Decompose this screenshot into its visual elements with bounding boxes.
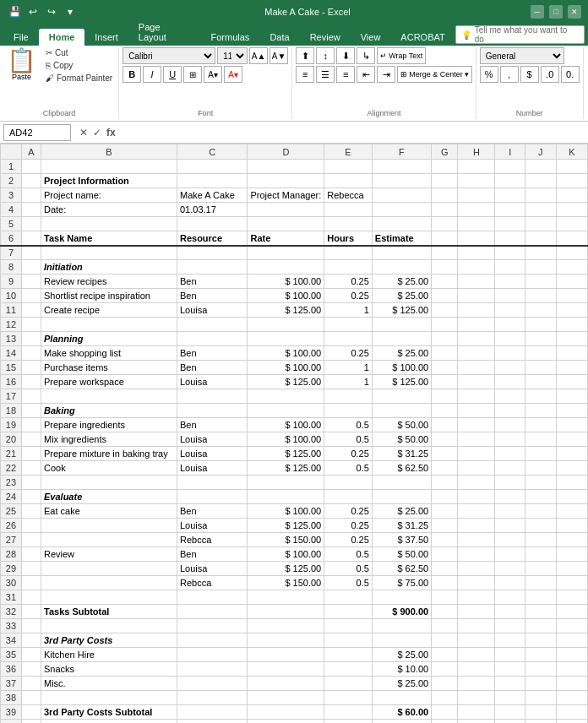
cell-J37[interactable] bbox=[525, 677, 557, 691]
cell-H31[interactable] bbox=[458, 590, 495, 605]
cell-G5[interactable] bbox=[432, 217, 458, 231]
decrease-decimal-button[interactable]: 0. bbox=[561, 66, 580, 83]
cell-H24[interactable] bbox=[458, 490, 495, 504]
cell-E2[interactable] bbox=[324, 174, 373, 188]
cell-G36[interactable] bbox=[432, 662, 458, 677]
cell-C7[interactable] bbox=[177, 246, 248, 260]
cell-K1[interactable] bbox=[556, 160, 587, 174]
cell-K14[interactable] bbox=[556, 346, 587, 361]
row-header-8[interactable]: 8 bbox=[1, 260, 22, 275]
row-header-23[interactable]: 23 bbox=[1, 476, 22, 490]
cell-F36[interactable]: $ 10.00 bbox=[372, 662, 431, 677]
cell-E3[interactable]: Rebecca bbox=[324, 188, 373, 203]
align-center-button[interactable]: ☰ bbox=[316, 66, 335, 83]
cell-J14[interactable] bbox=[525, 346, 557, 361]
cell-A21[interactable] bbox=[21, 447, 41, 461]
cell-H35[interactable] bbox=[458, 648, 495, 662]
cell-K7[interactable] bbox=[556, 246, 587, 260]
cell-A39[interactable] bbox=[21, 705, 41, 720]
cell-A22[interactable] bbox=[21, 461, 41, 476]
cell-F24[interactable] bbox=[372, 490, 431, 504]
cell-I36[interactable] bbox=[495, 662, 525, 677]
cell-A17[interactable] bbox=[21, 389, 41, 404]
cell-K15[interactable] bbox=[556, 361, 587, 375]
cell-B36[interactable]: Snacks bbox=[41, 662, 177, 677]
cell-E32[interactable] bbox=[324, 605, 373, 619]
row-header-4[interactable]: 4 bbox=[1, 203, 22, 217]
cell-C20[interactable]: Louisa bbox=[177, 432, 248, 447]
cell-K37[interactable] bbox=[556, 677, 587, 691]
cell-J23[interactable] bbox=[525, 476, 557, 490]
row-header-38[interactable]: 38 bbox=[1, 691, 22, 705]
cell-B7[interactable] bbox=[41, 246, 177, 260]
cell-G15[interactable] bbox=[432, 361, 458, 375]
cell-J26[interactable] bbox=[525, 519, 557, 533]
cell-F5[interactable] bbox=[372, 217, 431, 231]
cell-K20[interactable] bbox=[556, 432, 587, 447]
cell-C22[interactable]: Louisa bbox=[177, 461, 248, 476]
undo-icon[interactable]: ↩ bbox=[25, 4, 41, 19]
cell-F30[interactable]: $ 75.00 bbox=[372, 576, 431, 590]
insert-function-icon[interactable]: fx bbox=[106, 127, 116, 139]
cell-F23[interactable] bbox=[372, 476, 431, 490]
cell-G26[interactable] bbox=[432, 519, 458, 533]
cell-K25[interactable] bbox=[556, 504, 587, 519]
cell-D34[interactable] bbox=[248, 633, 324, 648]
tab-file[interactable]: File bbox=[3, 29, 39, 46]
cell-J28[interactable] bbox=[525, 547, 557, 562]
cell-I11[interactable] bbox=[495, 303, 525, 318]
font-size-select[interactable]: 11 bbox=[217, 47, 248, 64]
cell-C17[interactable] bbox=[177, 389, 248, 404]
save-icon[interactable]: 💾 bbox=[7, 4, 22, 19]
cell-F26[interactable]: $ 31.25 bbox=[372, 519, 431, 533]
cell-J11[interactable] bbox=[525, 303, 557, 318]
row-header-5[interactable]: 5 bbox=[1, 217, 22, 231]
cell-K29[interactable] bbox=[556, 562, 587, 576]
cell-C1[interactable] bbox=[177, 160, 248, 174]
customize-qat-icon[interactable]: ▾ bbox=[63, 4, 78, 19]
cell-H16[interactable] bbox=[458, 375, 495, 389]
cell-D24[interactable] bbox=[248, 490, 324, 504]
cell-C32[interactable] bbox=[177, 605, 248, 619]
cell-K39[interactable] bbox=[556, 705, 587, 720]
cell-H21[interactable] bbox=[458, 447, 495, 461]
cell-D7[interactable] bbox=[248, 246, 324, 260]
cell-C39[interactable] bbox=[177, 705, 248, 720]
cell-D19[interactable]: $ 100.00 bbox=[248, 418, 324, 432]
cell-B1[interactable] bbox=[41, 160, 177, 174]
cell-B5[interactable] bbox=[41, 217, 177, 231]
cell-H32[interactable] bbox=[458, 605, 495, 619]
merge-center-button[interactable]: ⊞ Merge & Center ▾ bbox=[397, 66, 472, 83]
cell-C35[interactable] bbox=[177, 648, 248, 662]
row-header-28[interactable]: 28 bbox=[1, 547, 22, 562]
cell-E34[interactable] bbox=[324, 633, 373, 648]
cell-I5[interactable] bbox=[495, 217, 525, 231]
cell-F2[interactable] bbox=[372, 174, 431, 188]
cell-G14[interactable] bbox=[432, 346, 458, 361]
cell-F3[interactable] bbox=[372, 188, 431, 203]
cell-B40[interactable] bbox=[41, 720, 177, 724]
cell-C18[interactable] bbox=[177, 404, 248, 418]
row-header-9[interactable]: 9 bbox=[1, 275, 22, 289]
cell-D33[interactable] bbox=[248, 619, 324, 633]
cell-C21[interactable]: Louisa bbox=[177, 447, 248, 461]
cell-G17[interactable] bbox=[432, 389, 458, 404]
cell-H37[interactable] bbox=[458, 677, 495, 691]
cell-B4[interactable]: Date: bbox=[41, 203, 177, 217]
cell-F11[interactable]: $ 125.00 bbox=[372, 303, 431, 318]
cancel-formula-icon[interactable]: ✕ bbox=[79, 127, 88, 139]
cell-J15[interactable] bbox=[525, 361, 557, 375]
cell-G25[interactable] bbox=[432, 504, 458, 519]
cell-F39[interactable]: $ 60.00 bbox=[372, 705, 431, 720]
cell-H6[interactable] bbox=[458, 231, 495, 246]
close-icon[interactable]: ✕ bbox=[568, 5, 581, 19]
cell-A6[interactable] bbox=[21, 231, 41, 246]
cell-J35[interactable] bbox=[525, 648, 557, 662]
row-header-24[interactable]: 24 bbox=[1, 490, 22, 504]
cell-J32[interactable] bbox=[525, 605, 557, 619]
cell-K8[interactable] bbox=[556, 260, 587, 275]
row-header-36[interactable]: 36 bbox=[1, 662, 22, 677]
cell-D1[interactable] bbox=[248, 160, 324, 174]
cell-J38[interactable] bbox=[525, 691, 557, 705]
cell-A40[interactable] bbox=[21, 720, 41, 724]
